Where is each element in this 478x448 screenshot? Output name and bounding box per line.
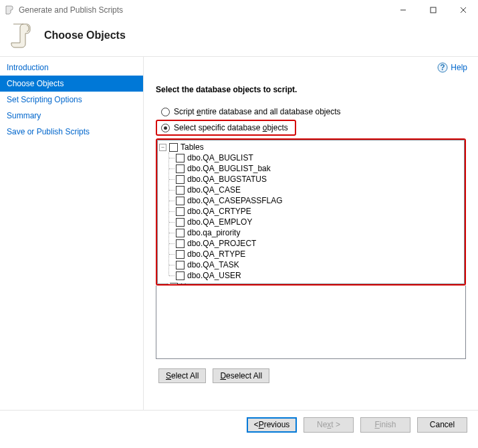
checkbox[interactable] [176,218,185,227]
tree-leaf[interactable]: dbo.QA_CRTYPE [169,206,464,217]
radio-script-entire-database[interactable]: Script entire database and all database … [156,104,466,120]
tree-button-row: Select All Deselect All [156,364,466,387]
svg-text:?: ? [441,63,445,72]
checkbox[interactable] [176,239,185,248]
object-tree[interactable]: − Tables dbo.QA_BUGLISTdbo.QA_BUGLIST_ba… [157,140,465,284]
cancel-button[interactable]: Cancel [417,417,467,433]
select-all-button[interactable]: Select All [158,368,206,383]
tree-lower-area [156,286,466,359]
help-label: Help [451,63,467,72]
page-heading: Choose Objects [44,29,126,41]
tree-leaf[interactable]: dbo.QA_BUGLIST [169,152,464,163]
svg-rect-1 [431,7,436,13]
nav-save-or-publish-scripts[interactable]: Save or Publish Scripts [0,124,143,140]
tree-leaf-label: dbo.QA_PROJECT [187,239,256,248]
tree-leaf[interactable]: dbo.QA_BUGSTATUS [169,174,464,185]
radio-label: Select specific database objects [174,123,288,132]
checkbox[interactable] [176,229,185,237]
tree-leaf-label: dbo.QA_BUGLIST [187,153,253,162]
maximize-button[interactable] [418,0,448,20]
checkbox[interactable] [169,143,178,152]
minimize-button[interactable] [388,0,418,20]
titlebar: Generate and Publish Scripts [0,0,478,20]
tree-leaf[interactable]: dbo.QA_RTYPE [169,249,464,259]
next-button[interactable]: Next > [304,417,354,433]
checkbox[interactable] [176,197,185,205]
window-title: Generate and Publish Scripts [19,5,388,15]
radio-icon [161,124,170,132]
checkbox[interactable] [176,271,185,280]
tree-leaf[interactable]: dbo.QA_TASK [169,259,464,270]
footer: < Previous Next > Finish Cancel [0,411,478,439]
header: Choose Objects [0,20,478,56]
tree-leaf-label: dbo.QA_EMPLOY [187,217,252,227]
tree-leaf-label: dbo.QA_CASEPASSFLAG [187,196,283,205]
tree-node-tables[interactable]: − Tables [159,142,464,152]
tree-leaf-label: dbo.qa_pirority [187,228,240,237]
tree-leaf-label: dbo.QA_BUGSTATUS [187,175,267,184]
radio-icon [161,108,170,116]
collapse-icon[interactable]: − [159,144,166,151]
close-button[interactable] [448,0,478,20]
help-link[interactable]: ? Help [437,62,467,73]
help-icon: ? [437,62,448,73]
tree-leaf-label: dbo.QA_BUGLIST_bak [187,164,271,173]
nav-summary[interactable]: Summary [0,108,143,124]
tree-leaf[interactable]: dbo.QA_CASEPASSFLAG [169,195,464,206]
tree-leaf-label: dbo.QA_USER [187,271,241,280]
scroll-icon [9,21,33,49]
radio-label: Script entire database and all database … [174,107,341,116]
tree-leaf[interactable]: dbo.qa_pirority [169,227,464,238]
nav-choose-objects[interactable]: Choose Objects [0,76,143,92]
checkbox[interactable] [176,154,185,162]
app-icon [4,5,15,15]
tree-leaf[interactable]: dbo.QA_USER [169,270,464,281]
nav-introduction[interactable]: Introduction [0,60,143,76]
sidebar: Introduction Choose Objects Set Scriptin… [0,57,144,410]
deselect-all-button[interactable]: Deselect All [213,368,269,383]
tree-leaf-label: dbo.QA_RTYPE [187,249,245,259]
tree-leaf-label: dbo.QA_CRTYPE [187,207,251,216]
tree-leaf[interactable]: dbo.QA_EMPLOY [169,217,464,227]
radio-select-specific-objects[interactable]: Select specific database objects [156,120,296,136]
tree-leaf-label: dbo.QA_TASK [187,260,239,269]
checkbox[interactable] [176,175,185,184]
tree-node-label: Tables [181,142,204,152]
instruction-text: Select the database objects to script. [156,85,466,94]
checkbox[interactable] [176,186,185,195]
finish-button[interactable]: Finish [360,417,410,433]
checkbox[interactable] [176,250,185,259]
main-panel: ? Help Select the database objects to sc… [144,57,478,410]
tree-leaf-label: dbo.QA_CASE [187,185,241,195]
checkbox[interactable] [176,207,185,216]
tree-leaf[interactable]: dbo.QA_CASE [169,185,464,195]
previous-button[interactable]: < Previous [247,417,297,433]
checkbox[interactable] [176,261,185,269]
tree-leaf[interactable]: dbo.QA_PROJECT [169,238,464,249]
object-tree-highlight: − Tables dbo.QA_BUGLISTdbo.QA_BUGLIST_ba… [156,138,466,286]
tree-leaf[interactable]: dbo.QA_BUGLIST_bak [169,163,464,174]
checkbox[interactable] [176,164,185,173]
nav-set-scripting-options[interactable]: Set Scripting Options [0,92,143,108]
